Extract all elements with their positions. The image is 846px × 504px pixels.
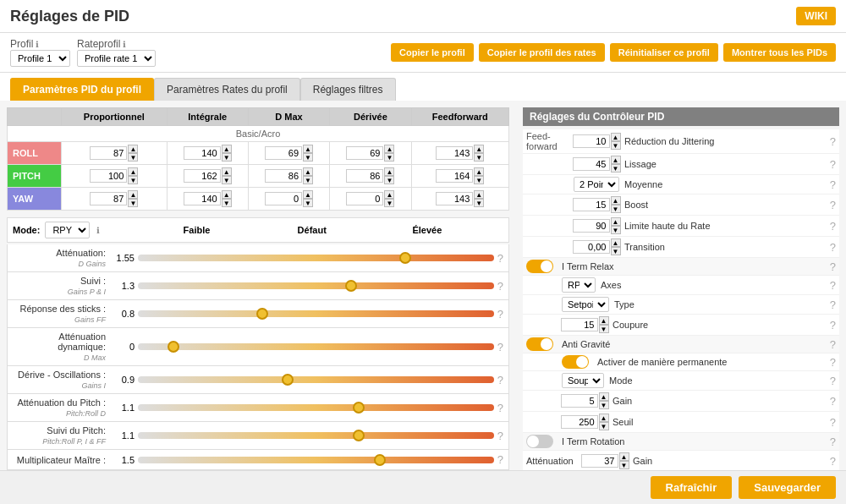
- roll-i-down[interactable]: ▼: [222, 153, 232, 162]
- iterm-type-help-icon[interactable]: ?: [830, 299, 836, 311]
- slider-row-7: Multiplicateur Maître : 1.5 ?: [7, 450, 509, 470]
- roll-dmax-down[interactable]: ▼: [303, 153, 313, 162]
- slider-track-5[interactable]: [138, 402, 494, 414]
- yaw-ff-input[interactable]: [436, 192, 473, 205]
- wiki-button[interactable]: WIKI: [796, 7, 836, 25]
- slider-help-icon-7[interactable]: ?: [497, 453, 503, 466]
- slider-help-icon-3[interactable]: ?: [497, 341, 503, 353]
- pitch-i-input[interactable]: [184, 169, 221, 183]
- iterm-axes-help-icon[interactable]: ?: [830, 279, 836, 292]
- copy-rates-button[interactable]: Copier le profil des rates: [479, 43, 605, 62]
- iterm-rotation-toggle[interactable]: [526, 435, 553, 448]
- anti-gravite-seuil-input[interactable]: [561, 415, 598, 429]
- roll-ff-down[interactable]: ▼: [474, 153, 484, 162]
- mode-select[interactable]: RPY PY R: [45, 222, 90, 238]
- roll-p-up[interactable]: ▲: [128, 145, 138, 153]
- anti-gravite-permanent-toggle[interactable]: [562, 355, 589, 369]
- attenuation-val-input[interactable]: [581, 454, 618, 468]
- slider-track-1[interactable]: [138, 280, 494, 292]
- ff-value3-select[interactable]: 2 Points: [574, 177, 619, 192]
- pitch-ff-input[interactable]: [436, 169, 473, 183]
- ff-help1-icon[interactable]: ?: [830, 135, 836, 148]
- anti-gravite-gain-input[interactable]: [561, 394, 598, 408]
- roll-d-up[interactable]: ▲: [384, 145, 394, 153]
- iterm-relax-type-select[interactable]: Setpoint: [562, 297, 609, 312]
- ff-help3-icon[interactable]: ?: [830, 178, 836, 191]
- roll-dmax-input[interactable]: [265, 146, 302, 160]
- ff-value1-input[interactable]: [573, 134, 610, 148]
- slider-track-7[interactable]: [138, 454, 494, 466]
- anti-gravite-gain-help-icon[interactable]: ?: [830, 395, 836, 408]
- roll-i-input[interactable]: [184, 146, 221, 160]
- refresh-button[interactable]: Rafraîchir: [651, 476, 733, 499]
- yaw-d-input[interactable]: [346, 192, 383, 205]
- anti-gravite-mode-select[interactable]: Souple: [562, 373, 604, 388]
- iterm-coupure-help-icon[interactable]: ?: [830, 319, 836, 331]
- slider-help-icon-0[interactable]: ?: [497, 252, 503, 265]
- yaw-p-input[interactable]: [90, 192, 127, 205]
- iterm-relax-help-icon[interactable]: ?: [830, 260, 836, 273]
- anti-gravite-mode-help-icon[interactable]: ?: [830, 375, 836, 387]
- ff-help2-icon[interactable]: ?: [830, 158, 836, 171]
- ff-value5-input[interactable]: [573, 219, 610, 233]
- slider-val-4: 0.9: [109, 375, 135, 385]
- anti-gravite-toggle[interactable]: [526, 337, 553, 351]
- roll-p-input[interactable]: [90, 146, 127, 160]
- anti-gravite-seuil-help-icon[interactable]: ?: [830, 416, 836, 429]
- ff-help4-icon[interactable]: ?: [830, 199, 836, 211]
- tab-rates[interactable]: Paramètres Rates du profil: [154, 78, 300, 101]
- slider-track-4[interactable]: [138, 374, 494, 386]
- ff-value6-input[interactable]: [573, 240, 610, 254]
- save-button[interactable]: Sauvegarder: [739, 476, 836, 499]
- roll-dmax-up[interactable]: ▲: [303, 145, 313, 153]
- yaw-dmax-input[interactable]: [265, 192, 302, 205]
- rateprofil-select[interactable]: Profile rate 1 Profile rate 2: [77, 50, 156, 67]
- roll-d-down[interactable]: ▼: [384, 153, 394, 162]
- ff-value2-input[interactable]: [573, 157, 610, 171]
- mode-info-icon[interactable]: ℹ: [96, 226, 100, 235]
- iterm-rotation-help-icon[interactable]: ?: [830, 436, 836, 448]
- pitch-label: PITCH: [8, 165, 62, 188]
- slider-help-icon-5[interactable]: ?: [497, 402, 503, 414]
- profile-select[interactable]: Profile 1 Profile 2 Profile 3: [10, 50, 70, 67]
- roll-i-up[interactable]: ▲: [222, 145, 232, 153]
- slider-track-0[interactable]: [138, 252, 494, 264]
- slider-val-0: 1.55: [109, 253, 135, 263]
- attenuation-help-icon[interactable]: ?: [830, 455, 836, 468]
- iterm-coupure-label: Coupure: [613, 320, 825, 330]
- ff-value4-input[interactable]: [573, 198, 610, 211]
- iterm-coupure-input[interactable]: [561, 318, 598, 331]
- tab-pid[interactable]: Paramètres PID du profil: [10, 78, 154, 101]
- slider-help-icon-6[interactable]: ?: [497, 430, 503, 442]
- slider-track-3[interactable]: [138, 341, 494, 353]
- pitch-d-input[interactable]: [346, 169, 383, 183]
- slider-help-icon-4[interactable]: ?: [497, 374, 503, 386]
- iterm-relax-toggle[interactable]: [526, 260, 553, 273]
- reset-profile-button[interactable]: Réinitialiser ce profil: [610, 43, 718, 62]
- slider-help-icon-2[interactable]: ?: [497, 308, 503, 320]
- pitch-dmax-input[interactable]: [265, 169, 302, 183]
- roll-ff-input[interactable]: [436, 146, 473, 160]
- roll-ff-up[interactable]: ▲: [474, 145, 484, 153]
- ff-help5-icon[interactable]: ?: [830, 220, 836, 233]
- anti-gravite-gain-label: Gain: [613, 396, 825, 406]
- anti-gravite-help-icon[interactable]: ?: [830, 338, 836, 351]
- iterm-relax-axes-select[interactable]: RP: [562, 277, 596, 293]
- slider-track-2[interactable]: [138, 308, 494, 320]
- roll-p-down[interactable]: ▼: [128, 153, 138, 162]
- profile-info-icon[interactable]: ℹ: [36, 40, 39, 49]
- yaw-i-input[interactable]: [184, 192, 221, 205]
- ff-help6-icon[interactable]: ?: [830, 241, 836, 254]
- anti-gravite-perm-help-icon[interactable]: ?: [830, 356, 836, 369]
- col-elevee: Élevée: [370, 225, 485, 235]
- slider-track-6[interactable]: [138, 430, 494, 441]
- rateprofil-info-icon[interactable]: ℹ: [123, 40, 126, 49]
- slider-help-icon-1[interactable]: ?: [497, 280, 503, 293]
- pitch-p-input[interactable]: [90, 169, 127, 183]
- show-pids-button[interactable]: Montrer tous les PIDs: [723, 43, 836, 62]
- roll-d-input[interactable]: [346, 146, 383, 160]
- slider-label-1: Suivi :Gains P & I: [13, 276, 106, 296]
- tab-filters[interactable]: Réglages filtres: [300, 78, 396, 101]
- slider-val-5: 1.1: [109, 403, 135, 413]
- copy-profile-button[interactable]: Copier le profil: [391, 43, 474, 62]
